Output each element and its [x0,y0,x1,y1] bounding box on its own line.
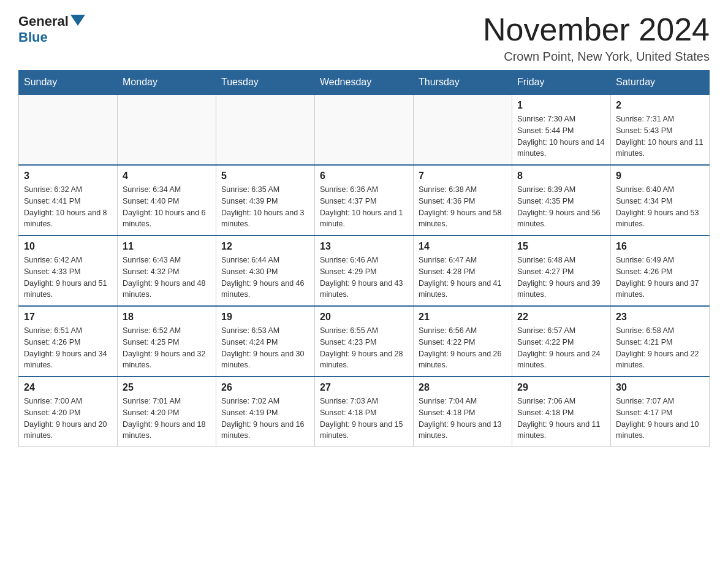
calendar-cell: 25Sunrise: 7:01 AM Sunset: 4:20 PM Dayli… [118,377,216,447]
calendar-cell: 10Sunrise: 6:42 AM Sunset: 4:33 PM Dayli… [19,236,118,306]
month-title: November 2024 [483,12,710,47]
day-number: 13 [320,241,408,252]
column-header-friday: Friday [512,71,611,95]
calendar-cell: 28Sunrise: 7:04 AM Sunset: 4:18 PM Dayli… [414,377,512,447]
day-info: Sunrise: 6:52 AM Sunset: 4:25 PM Dayligh… [123,325,211,371]
calendar-cell: 16Sunrise: 6:49 AM Sunset: 4:26 PM Dayli… [611,236,710,306]
calendar-header-row: SundayMondayTuesdayWednesdayThursdayFrid… [19,71,710,95]
calendar-cell: 26Sunrise: 7:02 AM Sunset: 4:19 PM Dayli… [216,377,315,447]
calendar-cell [315,94,414,165]
day-info: Sunrise: 6:48 AM Sunset: 4:27 PM Dayligh… [517,255,605,301]
week-row-1: 1Sunrise: 7:30 AM Sunset: 5:44 PM Daylig… [19,94,710,165]
calendar-cell [414,94,512,165]
calendar-cell: 1Sunrise: 7:30 AM Sunset: 5:44 PM Daylig… [512,94,611,165]
calendar-cell: 20Sunrise: 6:55 AM Sunset: 4:23 PM Dayli… [315,306,414,377]
calendar-cell: 5Sunrise: 6:35 AM Sunset: 4:39 PM Daylig… [216,165,315,236]
calendar-cell: 22Sunrise: 6:57 AM Sunset: 4:22 PM Dayli… [512,306,611,377]
day-number: 12 [221,241,309,252]
calendar-cell: 21Sunrise: 6:56 AM Sunset: 4:22 PM Dayli… [414,306,512,377]
day-info: Sunrise: 6:44 AM Sunset: 4:30 PM Dayligh… [221,255,309,301]
day-info: Sunrise: 6:39 AM Sunset: 4:35 PM Dayligh… [517,184,605,230]
title-block: November 2024 Crown Point, New York, Uni… [483,12,710,64]
week-row-3: 10Sunrise: 6:42 AM Sunset: 4:33 PM Dayli… [19,236,710,306]
day-number: 29 [517,382,605,393]
day-info: Sunrise: 7:04 AM Sunset: 4:18 PM Dayligh… [419,396,507,442]
day-number: 19 [221,312,309,323]
day-number: 15 [517,241,605,252]
calendar-cell: 6Sunrise: 6:36 AM Sunset: 4:37 PM Daylig… [315,165,414,236]
day-info: Sunrise: 6:49 AM Sunset: 4:26 PM Dayligh… [616,255,704,301]
day-number: 9 [616,170,704,182]
day-number: 23 [616,312,704,323]
column-header-thursday: Thursday [414,71,512,95]
calendar-cell [118,94,216,165]
day-number: 17 [24,312,112,323]
calendar-cell: 7Sunrise: 6:38 AM Sunset: 4:36 PM Daylig… [414,165,512,236]
day-number: 16 [616,241,704,252]
day-info: Sunrise: 7:31 AM Sunset: 5:43 PM Dayligh… [616,113,704,159]
day-number: 28 [419,382,507,393]
day-number: 6 [320,170,408,182]
day-number: 27 [320,382,408,393]
day-info: Sunrise: 6:57 AM Sunset: 4:22 PM Dayligh… [517,325,605,371]
day-number: 26 [221,382,309,393]
column-header-saturday: Saturday [611,71,710,95]
calendar-cell: 18Sunrise: 6:52 AM Sunset: 4:25 PM Dayli… [118,306,216,377]
calendar-table: SundayMondayTuesdayWednesdayThursdayFrid… [18,70,710,447]
day-info: Sunrise: 7:06 AM Sunset: 4:18 PM Dayligh… [517,396,605,442]
day-number: 22 [517,312,605,323]
day-number: 4 [123,170,211,182]
calendar-cell: 29Sunrise: 7:06 AM Sunset: 4:18 PM Dayli… [512,377,611,447]
day-number: 11 [123,241,211,252]
week-row-4: 17Sunrise: 6:51 AM Sunset: 4:26 PM Dayli… [19,306,710,377]
day-number: 5 [221,170,309,182]
day-info: Sunrise: 6:38 AM Sunset: 4:36 PM Dayligh… [419,184,507,230]
day-info: Sunrise: 6:40 AM Sunset: 4:34 PM Dayligh… [616,184,704,230]
day-info: Sunrise: 6:53 AM Sunset: 4:24 PM Dayligh… [221,325,309,371]
day-number: 20 [320,312,408,323]
day-info: Sunrise: 7:01 AM Sunset: 4:20 PM Dayligh… [123,396,211,442]
day-number: 21 [419,312,507,323]
day-info: Sunrise: 6:51 AM Sunset: 4:26 PM Dayligh… [24,325,112,371]
calendar-cell: 30Sunrise: 7:07 AM Sunset: 4:17 PM Dayli… [611,377,710,447]
day-info: Sunrise: 6:55 AM Sunset: 4:23 PM Dayligh… [320,325,408,371]
logo-general-text: General [18,13,69,29]
day-info: Sunrise: 7:07 AM Sunset: 4:17 PM Dayligh… [616,396,704,442]
day-number: 25 [123,382,211,393]
location-title: Crown Point, New York, United States [483,50,710,64]
calendar-cell: 13Sunrise: 6:46 AM Sunset: 4:29 PM Dayli… [315,236,414,306]
week-row-2: 3Sunrise: 6:32 AM Sunset: 4:41 PM Daylig… [19,165,710,236]
logo-blue-text: Blue [18,29,48,45]
day-info: Sunrise: 7:00 AM Sunset: 4:20 PM Dayligh… [24,396,112,442]
day-number: 8 [517,170,605,182]
day-info: Sunrise: 6:46 AM Sunset: 4:29 PM Dayligh… [320,255,408,301]
day-info: Sunrise: 6:35 AM Sunset: 4:39 PM Dayligh… [221,184,309,230]
column-header-tuesday: Tuesday [216,71,315,95]
calendar-cell: 9Sunrise: 6:40 AM Sunset: 4:34 PM Daylig… [611,165,710,236]
day-number: 30 [616,382,704,393]
calendar-cell: 11Sunrise: 6:43 AM Sunset: 4:32 PM Dayli… [118,236,216,306]
day-info: Sunrise: 6:56 AM Sunset: 4:22 PM Dayligh… [419,325,507,371]
calendar-cell: 3Sunrise: 6:32 AM Sunset: 4:41 PM Daylig… [19,165,118,236]
day-number: 14 [419,241,507,252]
column-header-wednesday: Wednesday [315,71,414,95]
day-number: 2 [616,100,704,111]
day-info: Sunrise: 6:58 AM Sunset: 4:21 PM Dayligh… [616,325,704,371]
calendar-cell: 12Sunrise: 6:44 AM Sunset: 4:30 PM Dayli… [216,236,315,306]
calendar-cell: 24Sunrise: 7:00 AM Sunset: 4:20 PM Dayli… [19,377,118,447]
logo-triangle-icon [70,15,85,26]
calendar-cell [216,94,315,165]
day-info: Sunrise: 6:34 AM Sunset: 4:40 PM Dayligh… [123,184,211,230]
day-info: Sunrise: 7:02 AM Sunset: 4:19 PM Dayligh… [221,396,309,442]
column-header-sunday: Sunday [19,71,118,95]
day-info: Sunrise: 6:32 AM Sunset: 4:41 PM Dayligh… [24,184,112,230]
day-number: 10 [24,241,112,252]
calendar-cell: 2Sunrise: 7:31 AM Sunset: 5:43 PM Daylig… [611,94,710,165]
calendar-cell: 4Sunrise: 6:34 AM Sunset: 4:40 PM Daylig… [118,165,216,236]
calendar-cell: 14Sunrise: 6:47 AM Sunset: 4:28 PM Dayli… [414,236,512,306]
logo: General Blue [18,12,85,45]
column-header-monday: Monday [118,71,216,95]
calendar-cell: 17Sunrise: 6:51 AM Sunset: 4:26 PM Dayli… [19,306,118,377]
day-number: 24 [24,382,112,393]
day-info: Sunrise: 7:30 AM Sunset: 5:44 PM Dayligh… [517,113,605,159]
